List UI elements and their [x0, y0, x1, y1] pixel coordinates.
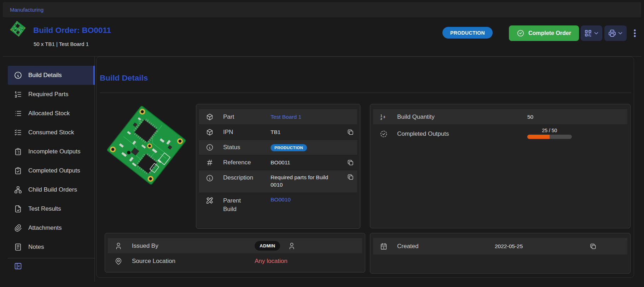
- copy-button[interactable]: [585, 243, 601, 250]
- info-circle-icon: [199, 174, 220, 182]
- copy-icon: [347, 174, 354, 181]
- notes-icon: [14, 243, 22, 251]
- parent-build-link[interactable]: BO0010: [271, 197, 291, 203]
- admin-badge: ADMIN: [255, 241, 280, 251]
- sidebar-item-incomplete-outputs[interactable]: Incomplete Outputs: [8, 142, 95, 161]
- sidebar-item-label: Child Build Orders: [28, 186, 77, 193]
- detail-value: TB1: [268, 129, 343, 135]
- detail-value: Required parts for Build 0010: [268, 174, 332, 188]
- more-actions-button[interactable]: [630, 28, 641, 39]
- part-image[interactable]: [102, 95, 191, 195]
- sidebar-item-label: Test Results: [28, 205, 61, 212]
- qr-code-icon: [584, 29, 592, 37]
- info-circle-icon: [199, 144, 220, 151]
- circle-check-icon: [517, 29, 524, 37]
- sidebar-item-label: Attachments: [28, 224, 62, 232]
- progress-check-icon: [373, 130, 394, 138]
- detail-label: Description: [220, 174, 268, 181]
- detail-row-parent-build: Parent Build BO0010: [199, 193, 357, 222]
- clipboard-list-icon: [14, 147, 22, 156]
- detail-label: Reference: [220, 159, 268, 166]
- status-badge: PRODUCTION: [271, 144, 307, 151]
- sidebar-item-allocated-stock[interactable]: Allocated Stock: [8, 104, 95, 123]
- part-link[interactable]: Test Board 1: [271, 114, 301, 120]
- file-check-icon: [14, 205, 22, 213]
- detail-value: BO0011: [268, 159, 343, 166]
- copy-icon: [590, 243, 597, 250]
- detail-label: IPN: [220, 129, 268, 136]
- breadcrumb: Manufacturing: [3, 2, 641, 17]
- build-details-panel: Build Details Part Test Board 1 IPN TB1 …: [96, 57, 634, 278]
- clipboard-check-icon: [14, 166, 22, 175]
- sidebar-item-label: Allocated Stock: [28, 110, 70, 117]
- list-numbers-icon: [14, 90, 22, 99]
- copy-icon: [347, 159, 354, 166]
- copy-button[interactable]: [343, 129, 358, 136]
- progress-bar: 25 / 50: [527, 128, 572, 139]
- sidebar-item-label: Required Parts: [28, 91, 68, 98]
- complete-order-button[interactable]: Complete Order: [509, 25, 579, 41]
- list-icon: [14, 109, 22, 118]
- sidebar-item-label: Build Details: [28, 72, 62, 79]
- sitemap-icon: [14, 186, 22, 194]
- detail-label: Created: [394, 243, 492, 250]
- sidebar-item-build-details[interactable]: Build Details: [8, 66, 95, 85]
- sidebar-item-label: Notes: [28, 244, 44, 251]
- sidebar-collapse-icon: [14, 262, 22, 270]
- breadcrumb-link-manufacturing[interactable]: Manufacturing: [10, 7, 43, 13]
- list-check-icon: [14, 128, 22, 137]
- copy-icon: [347, 129, 354, 136]
- sidebar-item-completed-outputs[interactable]: Completed Outputs: [8, 161, 95, 180]
- sidebar-item-attachments[interactable]: Attachments: [8, 218, 95, 238]
- sidebar-item-test-results[interactable]: Test Results: [8, 199, 95, 218]
- copy-button[interactable]: [343, 159, 358, 166]
- detail-label: Issued By: [129, 242, 252, 250]
- print-actions-button[interactable]: [604, 25, 627, 41]
- sidebar-item-required-parts[interactable]: Required Parts: [8, 85, 95, 104]
- sidebar-item-child-build-orders[interactable]: Child Build Orders: [8, 180, 95, 199]
- status-badge: PRODUCTION: [442, 27, 493, 39]
- detail-label: Parent Build: [220, 197, 247, 213]
- copy-button[interactable]: [343, 174, 358, 181]
- detail-row-issued-by: Issued By ADMIN: [108, 238, 362, 253]
- sidebar-item-label: Consumed Stock: [28, 129, 74, 136]
- progress-label: 25 / 50: [527, 128, 572, 133]
- box-icon: [199, 113, 220, 121]
- sidebar-collapse-button[interactable]: [14, 262, 22, 270]
- sidebar-divider: [8, 258, 95, 258]
- page-title: Build Order: BO0011: [33, 26, 111, 35]
- map-pin-icon: [108, 257, 129, 265]
- detail-label: Status: [220, 144, 268, 151]
- hash-icon: [199, 159, 220, 166]
- paperclip-icon: [14, 224, 22, 232]
- user-icon: [288, 242, 296, 250]
- info-circle-icon: [14, 71, 22, 80]
- sidebar-item-label: Completed Outputs: [28, 167, 80, 174]
- build-quantity-card: Build Quantity 50 Completed Outputs 25 /…: [370, 104, 631, 228]
- tools-icon: [199, 197, 220, 204]
- sidebar-item-consumed-stock[interactable]: Consumed Stock: [8, 123, 95, 142]
- part-thumbnail[interactable]: [10, 21, 26, 37]
- issued-by-card: Issued By ADMIN Source Location Any loca…: [105, 233, 365, 273]
- printer-icon: [608, 29, 616, 37]
- detail-row-part: Part Test Board 1: [199, 109, 357, 124]
- build-details-card: Part Test Board 1 IPN TB1 Status PRODUCT…: [196, 104, 360, 229]
- source-location-value: Any location: [252, 258, 351, 265]
- chevron-down-icon: [617, 30, 623, 36]
- detail-row-ipn: IPN TB1: [199, 124, 357, 140]
- page-header: Build Order: BO0011 50 x TB1 | Test Boar…: [3, 17, 641, 57]
- detail-value: 50: [524, 114, 623, 120]
- box-icon: [199, 128, 220, 136]
- detail-row-description: Description Required parts for Build 001…: [199, 170, 357, 193]
- sidebar-item-notes[interactable]: Notes: [8, 238, 95, 257]
- detail-row-build-quantity: Build Quantity 50: [373, 109, 627, 124]
- detail-row-created: Created 2022-05-25: [373, 238, 627, 254]
- barcode-actions-button[interactable]: [581, 25, 602, 41]
- detail-label: Part: [220, 113, 268, 121]
- user-icon: [108, 242, 129, 250]
- sidebar-item-label: Incomplete Outputs: [28, 148, 80, 155]
- detail-row-source-location: Source Location Any location: [108, 253, 362, 269]
- detail-label: Completed Outputs: [394, 130, 524, 137]
- detail-label: Source Location: [129, 258, 252, 265]
- detail-label: Build Quantity: [394, 113, 524, 121]
